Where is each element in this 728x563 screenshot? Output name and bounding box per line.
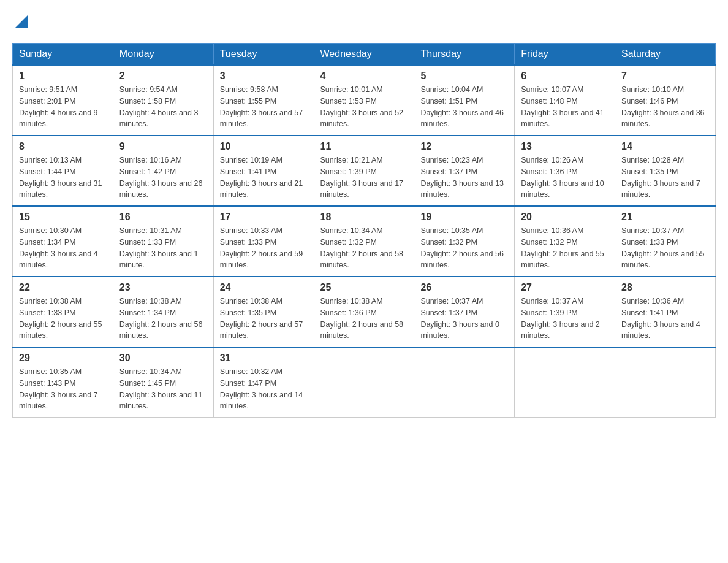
day-info: Sunrise: 10:30 AMSunset: 1:34 PMDaylight… <box>19 225 107 271</box>
day-info: Sunrise: 10:35 AMSunset: 1:43 PMDaylight… <box>19 366 107 412</box>
day-number: 14 <box>621 141 709 152</box>
day-number: 27 <box>521 282 609 293</box>
day-number: 24 <box>220 282 308 293</box>
week-row-1: 1Sunrise: 9:51 AMSunset: 2:01 PMDaylight… <box>13 65 716 136</box>
empty-cell <box>314 347 414 418</box>
day-cell-27: 27Sunrise: 10:37 AMSunset: 1:39 PMDaylig… <box>515 277 615 347</box>
day-info: Sunrise: 9:54 AMSunset: 1:58 PMDaylight:… <box>119 84 207 130</box>
day-cell-26: 26Sunrise: 10:37 AMSunset: 1:37 PMDaylig… <box>414 277 515 347</box>
day-info: Sunrise: 10:04 AMSunset: 1:51 PMDaylight… <box>420 84 508 130</box>
day-info: Sunrise: 10:37 AMSunset: 1:33 PMDaylight… <box>621 225 709 271</box>
logo-triangle-icon <box>15 15 28 31</box>
calendar-header-row: SundayMondayTuesdayWednesdayThursdayFrid… <box>13 44 716 66</box>
day-cell-21: 21Sunrise: 10:37 AMSunset: 1:33 PMDaylig… <box>615 206 716 277</box>
day-info: Sunrise: 10:36 AMSunset: 1:41 PMDaylight… <box>621 296 709 342</box>
day-info: Sunrise: 10:38 AMSunset: 1:35 PMDaylight… <box>220 296 308 342</box>
day-number: 29 <box>19 353 107 364</box>
day-number: 5 <box>420 71 508 82</box>
day-number: 20 <box>521 212 609 223</box>
day-info: Sunrise: 10:16 AMSunset: 1:42 PMDaylight… <box>119 155 207 201</box>
day-cell-7: 7Sunrise: 10:10 AMSunset: 1:46 PMDayligh… <box>615 65 716 136</box>
day-cell-3: 3Sunrise: 9:58 AMSunset: 1:55 PMDaylight… <box>213 65 314 136</box>
day-info: Sunrise: 10:36 AMSunset: 1:32 PMDaylight… <box>521 225 609 271</box>
column-header-sunday: Sunday <box>13 44 113 66</box>
day-info: Sunrise: 10:34 AMSunset: 1:32 PMDaylight… <box>320 225 408 271</box>
day-number: 1 <box>19 71 107 82</box>
day-number: 21 <box>621 212 709 223</box>
day-number: 17 <box>220 212 308 223</box>
column-header-monday: Monday <box>113 44 213 66</box>
empty-cell <box>414 347 515 418</box>
day-cell-22: 22Sunrise: 10:38 AMSunset: 1:33 PMDaylig… <box>13 277 113 347</box>
week-row-3: 15Sunrise: 10:30 AMSunset: 1:34 PMDaylig… <box>13 206 716 277</box>
day-info: Sunrise: 10:34 AMSunset: 1:45 PMDaylight… <box>119 366 207 412</box>
day-cell-2: 2Sunrise: 9:54 AMSunset: 1:58 PMDaylight… <box>113 65 213 136</box>
day-cell-16: 16Sunrise: 10:31 AMSunset: 1:33 PMDaylig… <box>113 206 213 277</box>
week-row-4: 22Sunrise: 10:38 AMSunset: 1:33 PMDaylig… <box>13 277 716 347</box>
day-info: Sunrise: 10:38 AMSunset: 1:33 PMDaylight… <box>19 296 107 342</box>
day-cell-28: 28Sunrise: 10:36 AMSunset: 1:41 PMDaylig… <box>615 277 716 347</box>
day-cell-8: 8Sunrise: 10:13 AMSunset: 1:44 PMDayligh… <box>13 136 113 206</box>
day-cell-29: 29Sunrise: 10:35 AMSunset: 1:43 PMDaylig… <box>13 347 113 418</box>
day-info: Sunrise: 10:37 AMSunset: 1:37 PMDaylight… <box>420 296 508 342</box>
day-number: 8 <box>19 141 107 152</box>
day-cell-11: 11Sunrise: 10:21 AMSunset: 1:39 PMDaylig… <box>314 136 414 206</box>
day-info: Sunrise: 9:51 AMSunset: 2:01 PMDaylight:… <box>19 84 107 130</box>
day-info: Sunrise: 10:26 AMSunset: 1:36 PMDaylight… <box>521 155 609 201</box>
day-number: 22 <box>19 282 107 293</box>
column-header-saturday: Saturday <box>615 44 716 66</box>
day-info: Sunrise: 10:31 AMSunset: 1:33 PMDaylight… <box>119 225 207 271</box>
day-number: 4 <box>320 71 408 82</box>
day-cell-13: 13Sunrise: 10:26 AMSunset: 1:36 PMDaylig… <box>515 136 615 206</box>
day-number: 30 <box>119 353 207 364</box>
empty-cell <box>515 347 615 418</box>
logo <box>12 12 28 31</box>
day-cell-24: 24Sunrise: 10:38 AMSunset: 1:35 PMDaylig… <box>213 277 314 347</box>
week-row-2: 8Sunrise: 10:13 AMSunset: 1:44 PMDayligh… <box>13 136 716 206</box>
day-cell-14: 14Sunrise: 10:28 AMSunset: 1:35 PMDaylig… <box>615 136 716 206</box>
week-row-5: 29Sunrise: 10:35 AMSunset: 1:43 PMDaylig… <box>13 347 716 418</box>
day-number: 19 <box>420 212 508 223</box>
day-number: 2 <box>119 71 207 82</box>
day-cell-23: 23Sunrise: 10:38 AMSunset: 1:34 PMDaylig… <box>113 277 213 347</box>
page-header <box>12 12 716 31</box>
day-info: Sunrise: 10:21 AMSunset: 1:39 PMDaylight… <box>320 155 408 201</box>
day-info: Sunrise: 10:28 AMSunset: 1:35 PMDaylight… <box>621 155 709 201</box>
day-cell-18: 18Sunrise: 10:34 AMSunset: 1:32 PMDaylig… <box>314 206 414 277</box>
day-cell-9: 9Sunrise: 10:16 AMSunset: 1:42 PMDayligh… <box>113 136 213 206</box>
day-info: Sunrise: 10:23 AMSunset: 1:37 PMDaylight… <box>420 155 508 201</box>
day-cell-15: 15Sunrise: 10:30 AMSunset: 1:34 PMDaylig… <box>13 206 113 277</box>
column-header-tuesday: Tuesday <box>213 44 314 66</box>
day-info: Sunrise: 10:13 AMSunset: 1:44 PMDaylight… <box>19 155 107 201</box>
day-cell-1: 1Sunrise: 9:51 AMSunset: 2:01 PMDaylight… <box>13 65 113 136</box>
day-cell-20: 20Sunrise: 10:36 AMSunset: 1:32 PMDaylig… <box>515 206 615 277</box>
day-cell-6: 6Sunrise: 10:07 AMSunset: 1:48 PMDayligh… <box>515 65 615 136</box>
day-info: Sunrise: 10:07 AMSunset: 1:48 PMDaylight… <box>521 84 609 130</box>
day-number: 18 <box>320 212 408 223</box>
day-cell-31: 31Sunrise: 10:32 AMSunset: 1:47 PMDaylig… <box>213 347 314 418</box>
day-cell-19: 19Sunrise: 10:35 AMSunset: 1:32 PMDaylig… <box>414 206 515 277</box>
day-info: Sunrise: 10:35 AMSunset: 1:32 PMDaylight… <box>420 225 508 271</box>
day-info: Sunrise: 10:32 AMSunset: 1:47 PMDaylight… <box>220 366 308 412</box>
empty-cell <box>615 347 716 418</box>
day-number: 3 <box>220 71 308 82</box>
day-number: 10 <box>220 141 308 152</box>
day-cell-30: 30Sunrise: 10:34 AMSunset: 1:45 PMDaylig… <box>113 347 213 418</box>
day-info: Sunrise: 10:38 AMSunset: 1:36 PMDaylight… <box>320 296 408 342</box>
day-info: Sunrise: 10:38 AMSunset: 1:34 PMDaylight… <box>119 296 207 342</box>
day-cell-4: 4Sunrise: 10:01 AMSunset: 1:53 PMDayligh… <box>314 65 414 136</box>
day-info: Sunrise: 10:01 AMSunset: 1:53 PMDaylight… <box>320 84 408 130</box>
day-number: 7 <box>621 71 709 82</box>
day-number: 9 <box>119 141 207 152</box>
column-header-friday: Friday <box>515 44 615 66</box>
day-info: Sunrise: 9:58 AMSunset: 1:55 PMDaylight:… <box>220 84 308 130</box>
day-info: Sunrise: 10:33 AMSunset: 1:33 PMDaylight… <box>220 225 308 271</box>
day-number: 26 <box>420 282 508 293</box>
day-number: 31 <box>220 353 308 364</box>
day-info: Sunrise: 10:19 AMSunset: 1:41 PMDaylight… <box>220 155 308 201</box>
column-header-wednesday: Wednesday <box>314 44 414 66</box>
day-number: 28 <box>621 282 709 293</box>
svg-marker-0 <box>15 15 28 28</box>
day-number: 6 <box>521 71 609 82</box>
day-cell-10: 10Sunrise: 10:19 AMSunset: 1:41 PMDaylig… <box>213 136 314 206</box>
